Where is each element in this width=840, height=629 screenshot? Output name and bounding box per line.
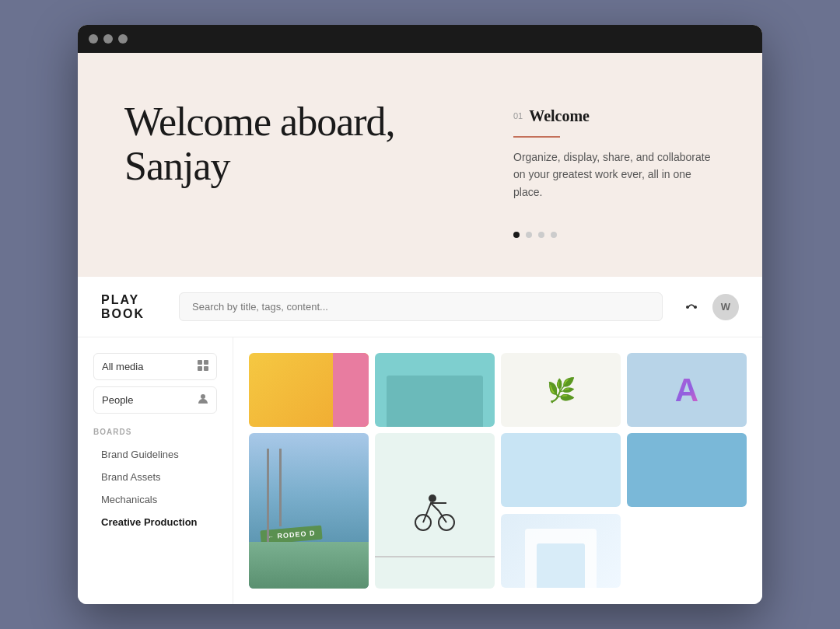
gallery-item-teal-building[interactable] (375, 353, 495, 427)
hero-left: Welcome aboard, Sanjay (124, 100, 482, 188)
hero-step-label: 01 Welcome (513, 107, 716, 125)
svg-point-6 (201, 394, 205, 399)
user-avatar[interactable]: W (712, 294, 739, 320)
app-section: PLAY BOOK W (78, 277, 762, 604)
gallery-item-building-white[interactable] (501, 514, 621, 588)
hero-step-underline (513, 136, 560, 138)
gallery-item-blue-right[interactable] (627, 433, 747, 507)
gallery-item-yellow-pink[interactable] (249, 353, 369, 427)
sidebar-item-brand-assets[interactable]: Brand Assets (93, 467, 217, 487)
cyclist-illustration (411, 487, 458, 534)
hero-step-title: Welcome (529, 107, 590, 125)
sidebar-item-brand-guidelines[interactable]: Brand Guidelines (93, 444, 217, 465)
svg-point-9 (429, 494, 436, 502)
traffic-light-minimize[interactable] (103, 34, 113, 44)
svg-rect-5 (204, 366, 208, 371)
boards-label: BOARDS (93, 428, 217, 436)
app-logo: PLAY BOOK (101, 293, 163, 320)
hero-dot-4[interactable] (551, 232, 557, 238)
sidebar-item-creative-production[interactable]: Creative Production (93, 512, 217, 533)
gallery-item-rodeo[interactable]: ← RODEO D (249, 433, 369, 589)
filter-people[interactable]: People (93, 386, 217, 414)
app-header: PLAY BOOK W (78, 277, 762, 337)
hero-dot-3[interactable] (538, 232, 544, 238)
browser-titlebar (78, 25, 762, 53)
svg-point-1 (694, 306, 697, 309)
connect-icon[interactable] (678, 294, 705, 320)
app-content: All media People (78, 337, 762, 604)
person-icon (198, 393, 208, 407)
sidebar: All media People (78, 337, 233, 604)
sidebar-item-mechanicals[interactable]: Mechanicals (93, 489, 217, 510)
browser-window: Welcome aboard, Sanjay 01 Welcome Organi… (78, 25, 762, 604)
svg-rect-3 (204, 360, 208, 365)
search-input[interactable] (179, 292, 663, 321)
hero-dot-1[interactable] (513, 232, 520, 238)
svg-point-0 (686, 306, 689, 309)
gallery-item-sky-blue[interactable] (501, 433, 621, 507)
gallery: 🌿 A ← RODEO D (233, 337, 762, 604)
hero-pagination-dots (513, 232, 716, 238)
traffic-light-close[interactable] (89, 34, 98, 44)
header-icons: W (678, 294, 739, 320)
hero-dot-2[interactable] (526, 232, 532, 238)
svg-rect-4 (198, 366, 202, 371)
hero-right: 01 Welcome Organize, display, share, and… (513, 100, 716, 238)
traffic-light-maximize[interactable] (118, 34, 128, 44)
svg-rect-2 (198, 360, 202, 365)
grid-icon (198, 360, 208, 373)
hero-step-description: Organize, display, share, and collaborat… (513, 149, 716, 201)
gallery-item-letter-a[interactable]: A (627, 353, 747, 427)
gallery-item-cyclist[interactable] (375, 433, 495, 589)
filter-all-media[interactable]: All media (93, 353, 217, 380)
hero-greeting: Welcome aboard, Sanjay (124, 100, 482, 188)
hero-section: Welcome aboard, Sanjay 01 Welcome Organi… (78, 53, 762, 277)
hero-step-number: 01 (513, 111, 523, 121)
gallery-item-leaf[interactable]: 🌿 (501, 353, 621, 427)
